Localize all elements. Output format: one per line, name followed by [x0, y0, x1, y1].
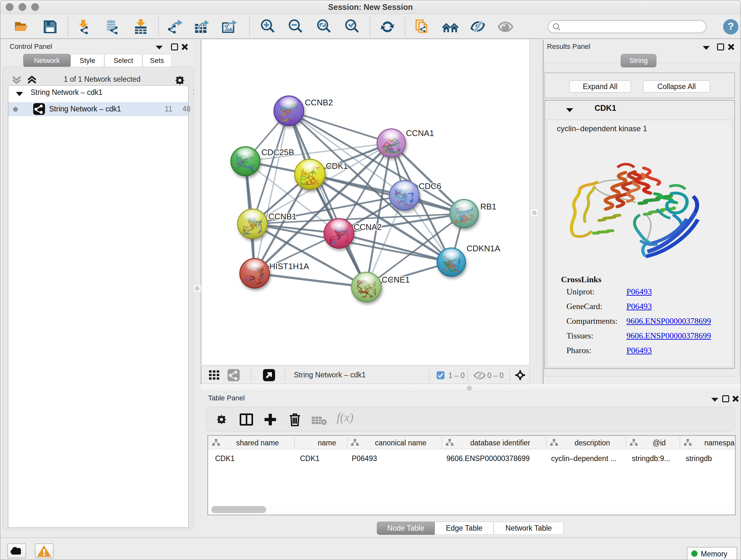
svg-text:CCNB1: CCNB1: [268, 212, 296, 221]
svg-text:CDC6: CDC6: [419, 181, 441, 191]
svg-text:CDC25B: CDC25B: [261, 147, 294, 157]
svg-text:CDK1: CDK1: [326, 161, 348, 171]
svg-text:CDKN1A: CDKN1A: [467, 244, 500, 253]
svg-text:CCNA1: CCNA1: [406, 128, 434, 138]
svg-text:RB1: RB1: [480, 202, 496, 211]
svg-text:CCNA2: CCNA2: [354, 222, 382, 232]
svg-text:CCNB2: CCNB2: [305, 98, 333, 107]
svg-text:HIST1H1A: HIST1H1A: [269, 261, 309, 271]
svg-text:CCNE1: CCNE1: [382, 275, 410, 285]
